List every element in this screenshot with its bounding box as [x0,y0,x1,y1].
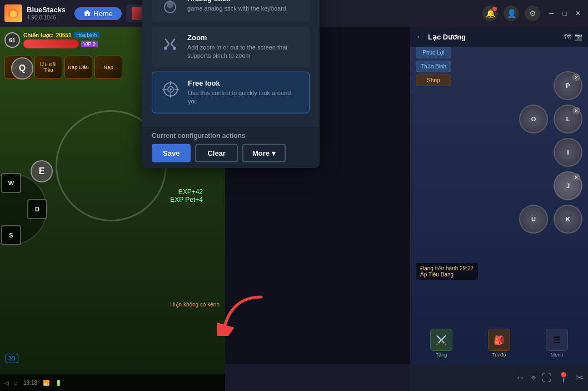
dpad[interactable]: W S A D [0,173,47,245]
back-icon[interactable]: ◁ [4,380,9,386]
minimize-button[interactable]: ─ [546,8,557,19]
bottom-menu-row: ⚔️ Tăng 🎒 Túi đồ ☰ Menu [410,329,588,358]
analog-stick-name: Analog stick [187,0,288,3]
l-button[interactable]: × L [554,105,582,133]
peace-badge: Hòa bình [73,32,99,38]
more-label: More [252,149,270,157]
hp-bar [23,39,79,48]
maximize-button[interactable]: □ [559,8,570,19]
exp-label: EXP+42 [170,188,203,196]
svg-point-3 [167,2,173,8]
toolbar-cursor-icon[interactable]: ⌖ [531,372,536,384]
chien-luoc-label: Chiến lược: [23,32,54,38]
profile-button[interactable]: 👤 [504,6,519,21]
analog-stick-item[interactable]: Analog stick game analog stick with the … [152,0,310,22]
notification-bar: Đang tiến hành 29:22 Áp Tiêu Bang [416,263,478,280]
notification-sub: Áp Tiêu Bang [420,271,474,278]
skill-nap-dau[interactable]: Nạp Đầu [64,56,92,79]
analog-stick-desc: game analog stick with the keyboard. [187,4,288,13]
clear-button[interactable]: Clear [195,143,238,162]
add-touch-controls-section: Add touch controls Click or drag the act… [142,0,320,125]
battery-icon: 🔋 [55,380,62,386]
q-button[interactable]: Q [11,57,33,80]
wifi-icon: 📶 [43,380,49,386]
shop-btn[interactable]: Shop [416,75,451,86]
settings-button[interactable]: ⚙ [525,6,540,21]
k-button[interactable]: K [554,205,582,234]
svg-point-9 [170,88,172,90]
j-close-icon: × [572,174,580,181]
phuc-loi-btn[interactable]: Phúc Lợi [416,47,451,58]
status-bar-bottom: ◁ ⌂ 19:18 📶 🔋 [0,374,225,391]
right-toolbar: ↔ ⌖ ⛶ 📍 ✂ [410,364,588,391]
l-close-icon: × [572,107,580,115]
hp-bar-container [23,39,79,48]
toolbar-fullscreen-icon[interactable]: ⛶ [542,372,552,384]
tui-do-btn[interactable]: 🎒 Túi đồ [488,329,510,358]
right-shop-area: Phúc Lợi Thần Binh Shop [416,47,451,86]
freelook-icon [160,78,181,100]
p-button[interactable]: × P [554,71,582,100]
map-icon[interactable]: 🗺 [564,33,571,41]
zoom-item[interactable]: Zoom Add zoom in or out to the screen th… [152,27,310,67]
notification-label: Đang tiến hành 29:22 [420,265,474,271]
zoom-icon [160,33,181,55]
action-row-2: O × L [519,105,582,133]
vip-badge: VIP 0 [81,41,98,47]
right-game-panel: ← Lạc Dương 🗺 📷 Phúc Lợi Thần Binh Shop … [410,27,588,391]
location-name: Lạc Dương [428,33,466,41]
action-row-3: I [519,138,582,167]
dpad-up[interactable]: W [1,173,21,193]
exp-pet-label: EXP Pet+4 [170,196,203,204]
u-button[interactable]: U [519,205,548,234]
svg-point-5 [164,47,167,50]
o-button[interactable]: O [519,105,548,133]
action-row-1: × P [519,71,582,100]
tang-btn[interactable]: ⚔️ Tăng [430,329,452,358]
back-arrow-icon[interactable]: ← [416,32,425,42]
right-action-buttons: × P O × L I × J U [519,71,582,234]
free-look-name: Free look [188,78,301,87]
free-look-desc: Use this control to quickly look around … [188,88,301,106]
j-button[interactable]: × J [554,171,582,200]
free-look-item[interactable]: Free look Use this control to quickly lo… [152,71,310,113]
dpad-right[interactable]: D [27,199,47,219]
skill-nap[interactable]: Nạp [94,56,122,79]
right-top-nav: ← Lạc Dương 🗺 📷 [410,27,588,47]
chien-luoc-value: 20551 [56,32,72,38]
menu-btn-right[interactable]: ☰ Menu [546,329,568,358]
than-binh-btn[interactable]: Thần Binh [416,61,451,72]
toolbar-scissors-icon[interactable]: ✂ [575,372,584,384]
dialog-footer: Current configuration actions Save Clear… [142,125,320,167]
home-icon[interactable]: ⌂ [14,380,18,386]
no-channel-label: Hiện không có kênh [170,301,220,308]
i-button[interactable]: I [554,138,582,167]
notification-button[interactable]: 🔔 [482,6,498,21]
action-row-4: × J [519,171,582,200]
save-button[interactable]: Save [152,143,191,162]
svg-point-6 [173,47,176,50]
more-chevron-icon: ▾ [272,149,276,157]
toolbar-pin-icon[interactable]: 📍 [557,372,570,384]
app-title: BlueStacks [27,6,66,14]
footer-buttons: Save Clear More ▾ [152,143,310,162]
home-button[interactable]: Home [74,7,122,20]
close-button[interactable]: ✕ [572,8,584,19]
exp-area: EXP+42 EXP Pet+4 [170,188,203,204]
skill-uu-dai[interactable]: Ưu Đãi Tiêu [34,56,62,79]
bluestacks-logo [4,4,22,22]
camera-icon[interactable]: 📷 [574,33,582,41]
zoom-name: Zoom [187,33,302,42]
analog-stick-info: Analog stick game analog stick with the … [187,0,288,13]
more-button[interactable]: More ▾ [242,143,286,162]
dpad-down[interactable]: S [1,225,21,245]
advanced-controls-dialog: Advanced game controls × Key sequences +… [142,0,320,167]
config-actions-label: Current configuration actions [152,131,310,139]
level-badge: 61 [4,32,20,48]
toolbar-move-icon[interactable]: ↔ [515,372,525,384]
dialog-body: Key sequences + Tap/combo sequences are … [142,0,320,125]
app-version: 4.90.0.1046 [27,14,66,21]
free-look-info: Free look Use this control to quickly lo… [188,78,301,106]
zoom-info: Zoom Add zoom in or out to the screen th… [187,33,302,61]
time-label: 19:18 [23,380,37,386]
